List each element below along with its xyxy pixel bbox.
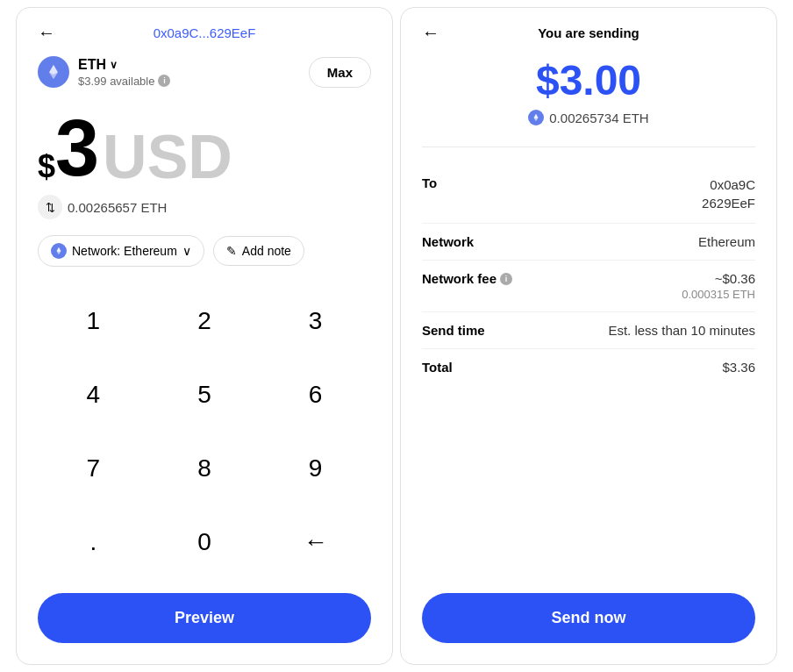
token-row: ETH ∨ $3.99 available i Max bbox=[38, 56, 371, 88]
confirm-header: ← You are sending bbox=[422, 25, 755, 40]
dollar-sign: $ bbox=[38, 151, 55, 182]
network-button[interactable]: Network: Ethereum ∨ bbox=[38, 235, 204, 267]
key-7[interactable]: 7 bbox=[38, 432, 149, 505]
confirm-amount-usd: $3.00 bbox=[422, 56, 755, 104]
key-2[interactable]: 2 bbox=[149, 284, 261, 358]
to-label: To bbox=[422, 175, 437, 190]
confirm-screen: ← You are sending $3.00 0.00265734 ETH T… bbox=[400, 7, 777, 665]
key-4[interactable]: 4 bbox=[38, 358, 149, 432]
back-button[interactable]: ← bbox=[38, 23, 55, 43]
header: ← 0x0a9C...629EeF bbox=[38, 25, 371, 40]
key-0[interactable]: 0 bbox=[149, 505, 261, 579]
controls-row: Network: Ethereum ∨ ✎ Add note bbox=[38, 235, 371, 267]
token-details: ETH ∨ $3.99 available i bbox=[78, 57, 170, 88]
token-info: ETH ∨ $3.99 available i bbox=[38, 56, 170, 88]
send-screen: ← 0x0a9C...629EeF ETH ∨ $3.99 available … bbox=[16, 7, 393, 665]
amount-value: 3 bbox=[55, 109, 99, 188]
fee-label-row: Network fee i bbox=[422, 271, 512, 286]
key-5[interactable]: 5 bbox=[149, 358, 261, 432]
balance-info-icon[interactable]: i bbox=[158, 75, 170, 87]
confirm-back-button[interactable]: ← bbox=[422, 23, 439, 43]
eth-equiv-text: 0.00265657 ETH bbox=[68, 200, 167, 215]
fee-row: Network fee i ~$0.36 0.000315 ETH bbox=[422, 261, 755, 312]
token-name: ETH bbox=[78, 57, 106, 73]
total-row: Total $3.36 bbox=[422, 349, 755, 385]
to-row: To 0x0a9C 2629EeF bbox=[422, 165, 755, 224]
send-time-label: Send time bbox=[422, 323, 485, 338]
key-6[interactable]: 6 bbox=[260, 358, 371, 432]
divider bbox=[422, 147, 755, 147]
max-button[interactable]: Max bbox=[309, 57, 371, 88]
add-note-label: Add note bbox=[242, 244, 291, 258]
total-value: $3.36 bbox=[722, 360, 755, 375]
confirm-amount-eth: 0.00265734 ETH bbox=[422, 110, 755, 125]
confirm-eth-icon bbox=[528, 110, 544, 125]
to-address: 0x0a9C 2629EeF bbox=[702, 175, 755, 212]
add-note-button[interactable]: ✎ Add note bbox=[213, 236, 304, 266]
pencil-icon: ✎ bbox=[226, 244, 237, 258]
fee-label: Network fee bbox=[422, 271, 497, 286]
send-now-button[interactable]: Send now bbox=[422, 593, 755, 643]
key-1[interactable]: 1 bbox=[38, 284, 149, 358]
numpad: 1 2 3 4 5 6 7 8 9 . 0 ← bbox=[38, 284, 371, 579]
key-backspace[interactable]: ← bbox=[260, 505, 371, 579]
network-detail-label: Network bbox=[422, 234, 474, 249]
network-chevron: ∨ bbox=[182, 244, 191, 258]
token-name-row[interactable]: ETH ∨ bbox=[78, 57, 170, 73]
confirm-title: You are sending bbox=[538, 25, 639, 40]
fee-values: ~$0.36 0.000315 ETH bbox=[682, 271, 755, 301]
fee-info-icon[interactable]: i bbox=[500, 273, 512, 285]
network-eth-icon bbox=[51, 243, 67, 259]
key-3[interactable]: 3 bbox=[260, 284, 371, 358]
network-label: Network: Ethereum bbox=[72, 244, 177, 258]
send-time-value: Est. less than 10 minutes bbox=[608, 323, 755, 338]
fee-value: ~$0.36 bbox=[682, 271, 755, 286]
details-section: To 0x0a9C 2629EeF Network Ethereum Netwo… bbox=[422, 165, 755, 385]
send-time-row: Send time Est. less than 10 minutes bbox=[422, 312, 755, 349]
swap-icon[interactable]: ⇅ bbox=[38, 195, 62, 219]
amount-display: $ 3 USD bbox=[38, 109, 371, 188]
eth-equivalent: ⇅ 0.00265657 ETH bbox=[38, 195, 371, 219]
network-detail-value: Ethereum bbox=[698, 234, 755, 249]
key-dot[interactable]: . bbox=[38, 505, 149, 579]
amount-currency: USD bbox=[103, 126, 232, 188]
eth-icon bbox=[38, 56, 69, 88]
total-label: Total bbox=[422, 360, 453, 375]
preview-button[interactable]: Preview bbox=[38, 593, 371, 643]
fee-eth: 0.000315 ETH bbox=[682, 288, 755, 301]
network-row: Network Ethereum bbox=[422, 224, 755, 261]
key-9[interactable]: 9 bbox=[260, 432, 371, 505]
token-balance: $3.99 available i bbox=[78, 75, 170, 88]
recipient-address[interactable]: 0x0a9C...629EeF bbox=[154, 25, 256, 40]
token-dropdown-icon: ∨ bbox=[110, 59, 118, 71]
key-8[interactable]: 8 bbox=[149, 432, 261, 505]
